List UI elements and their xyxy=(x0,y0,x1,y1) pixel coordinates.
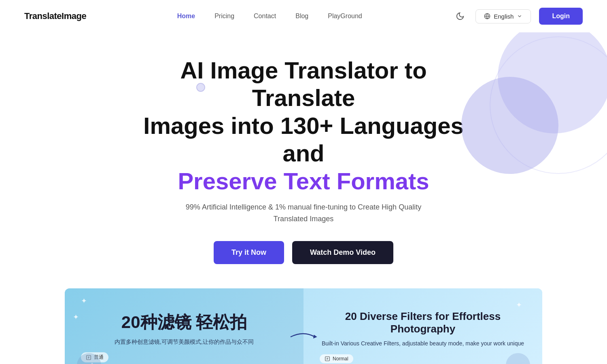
deco-circle-outline xyxy=(490,36,607,174)
navbar: TranslateImage Home Pricing Contact Blog… xyxy=(0,0,607,32)
language-label: English xyxy=(494,13,514,20)
watch-demo-button[interactable]: Watch Demo Video xyxy=(292,241,393,264)
nav-item-playground[interactable]: PlayGround xyxy=(328,13,362,20)
hero-buttons: Try it Now Watch Demo Video xyxy=(24,241,583,264)
demo-chinese-title: 20种滤镜 轻松拍 xyxy=(81,311,287,334)
demo-right-panel: ✦ 20 Diverse Filters for Effortless Phot… xyxy=(304,288,542,364)
hero-subtitle: 99% Artificial Intelligence & 1% manual … xyxy=(182,201,425,225)
nav-item-contact[interactable]: Contact xyxy=(254,13,276,20)
demo-english-subtitle: Built-in Various Creative Filters, adjus… xyxy=(320,339,526,348)
nav-links: Home Pricing Contact Blog PlayGround xyxy=(177,13,362,20)
demo-left-panel: ✦ ✦ ✦ 20种滤镜 轻松拍 内置多种创意滤镜,可调节美颜模式,让你的作品与众… xyxy=(65,288,304,364)
hero-title: AI Image Translator to Translate Images … xyxy=(142,57,465,195)
translation-arrow xyxy=(287,329,320,345)
nav-item-blog[interactable]: Blog xyxy=(295,13,308,20)
dark-mode-toggle[interactable] xyxy=(453,9,467,23)
language-selector[interactable]: English xyxy=(475,9,531,23)
nav-right: English Login xyxy=(453,8,583,25)
hero-section: AI Image Translator to Translate Images … xyxy=(0,32,607,364)
demo-image-section: ✦ ✦ ✦ 20种滤镜 轻松拍 内置多种创意滤镜,可调节美颜模式,让你的作品与众… xyxy=(65,288,542,364)
logo: TranslateImage xyxy=(24,11,86,21)
nav-item-home[interactable]: Home xyxy=(177,13,195,20)
nav-item-pricing[interactable]: Pricing xyxy=(214,13,234,20)
deco-circle-medium xyxy=(461,77,558,174)
decorative-circles xyxy=(453,32,607,206)
person-silhouette-right xyxy=(506,353,530,364)
svg-marker-3 xyxy=(313,334,317,339)
demo-badge-english: Normal xyxy=(320,354,353,363)
demo-english-title: 20 Diverse Filters for Effortless Photog… xyxy=(320,310,526,335)
try-now-button[interactable]: Try it Now xyxy=(214,241,284,264)
star-icon-2: ✦ xyxy=(73,313,79,322)
deco-circle-large xyxy=(498,32,607,133)
demo-chinese-subtitle: 内置多种创意滤镜,可调节美颜模式,让你的作品与众不同 xyxy=(81,339,287,346)
star-icon-4: ✦ xyxy=(516,301,522,309)
login-button[interactable]: Login xyxy=(539,8,583,25)
star-icon-1: ✦ xyxy=(81,296,87,305)
deco-small-circle xyxy=(196,83,205,92)
